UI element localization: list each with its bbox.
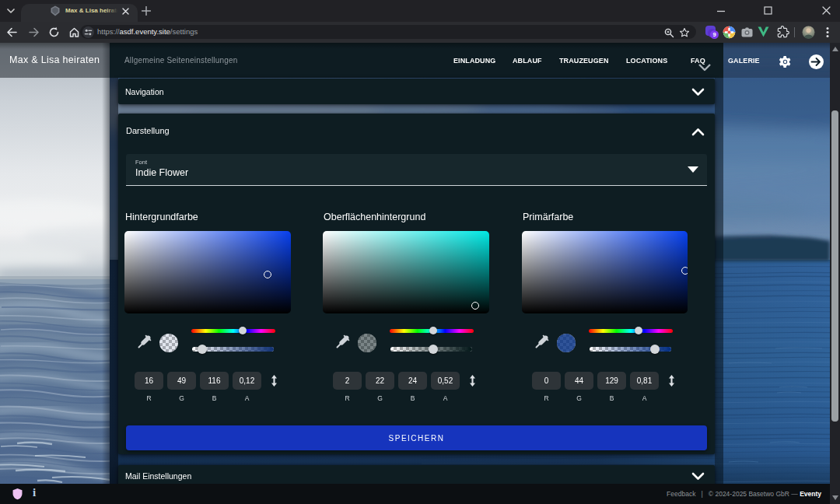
svg-text:9: 9 (712, 31, 716, 38)
